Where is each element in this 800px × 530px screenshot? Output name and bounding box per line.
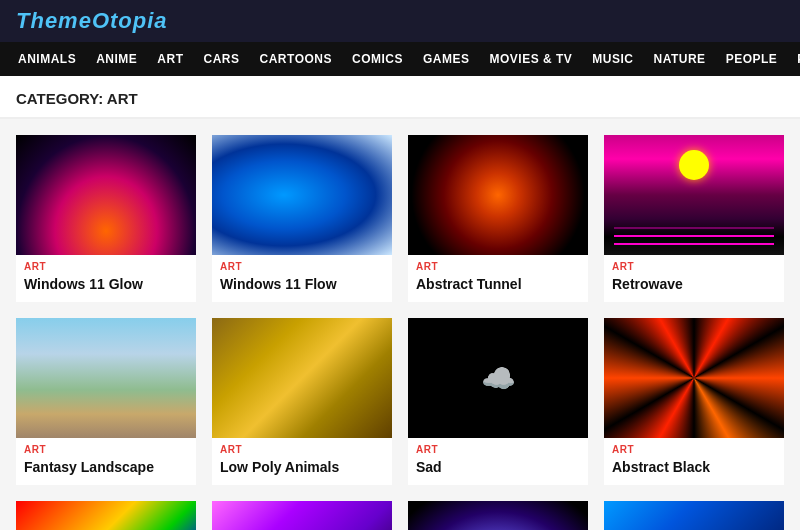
nav-cartoons[interactable]: CARTOONS [250, 42, 342, 76]
nav-anime[interactable]: ANIME [86, 42, 147, 76]
card-title-2-4: Abstract Black [604, 457, 784, 485]
nav-games[interactable]: GAMES [413, 42, 480, 76]
card-title-2-2: Low Poly Animals [212, 457, 392, 485]
card-tag-1-4: ART [604, 255, 784, 274]
card-tag-1-1: ART [16, 255, 196, 274]
nav-comics[interactable]: COMICS [342, 42, 413, 76]
cards-grid: ART Windows 11 Glow ART Windows 11 Flow … [0, 119, 800, 530]
site-header: ThemeOtopia [0, 0, 800, 42]
nav-art[interactable]: ART [147, 42, 193, 76]
card-row3-4[interactable] [604, 501, 784, 530]
card-tag-1-3: ART [408, 255, 588, 274]
main-nav: ANIMALS ANIME ART CARS CARTOONS COMICS G… [0, 42, 800, 76]
card-sad[interactable]: ART Sad [408, 318, 588, 485]
category-title: CATEGORY: ART [0, 76, 800, 119]
nav-people[interactable]: PEOPLE [716, 42, 788, 76]
card-row3-2[interactable] [212, 501, 392, 530]
nav-movies-tv[interactable]: MOVIES & TV [480, 42, 583, 76]
nav-cars[interactable]: CARS [194, 42, 250, 76]
card-tag-1-2: ART [212, 255, 392, 274]
card-abstract-tunnel[interactable]: ART Abstract Tunnel [408, 135, 588, 302]
card-retrowave[interactable]: ART Retrowave [604, 135, 784, 302]
card-tag-2-2: ART [212, 438, 392, 457]
card-title-1-4: Retrowave [604, 274, 784, 302]
site-logo[interactable]: ThemeOtopia [16, 8, 168, 34]
card-windows-flow[interactable]: ART Windows 11 Flow [212, 135, 392, 302]
card-fantasy-landscape[interactable]: ART Fantasy Landscape [16, 318, 196, 485]
card-title-1-1: Windows 11 Glow [16, 274, 196, 302]
card-tag-2-1: ART [16, 438, 196, 457]
nav-nature[interactable]: NATURE [644, 42, 716, 76]
card-tag-2-3: ART [408, 438, 588, 457]
card-title-1-2: Windows 11 Flow [212, 274, 392, 302]
card-title-2-1: Fantasy Landscape [16, 457, 196, 485]
nav-animals[interactable]: ANIMALS [8, 42, 86, 76]
nav-music[interactable]: MUSIC [582, 42, 643, 76]
card-tag-2-4: ART [604, 438, 784, 457]
card-row3-1[interactable] [16, 501, 196, 530]
card-title-1-3: Abstract Tunnel [408, 274, 588, 302]
nav-places[interactable]: PLACES [787, 42, 800, 76]
card-low-poly-animals[interactable]: ART Low Poly Animals [212, 318, 392, 485]
card-abstract-black[interactable]: ART Abstract Black [604, 318, 784, 485]
card-windows-glow[interactable]: ART Windows 11 Glow [16, 135, 196, 302]
card-row3-3[interactable] [408, 501, 588, 530]
card-title-2-3: Sad [408, 457, 588, 485]
